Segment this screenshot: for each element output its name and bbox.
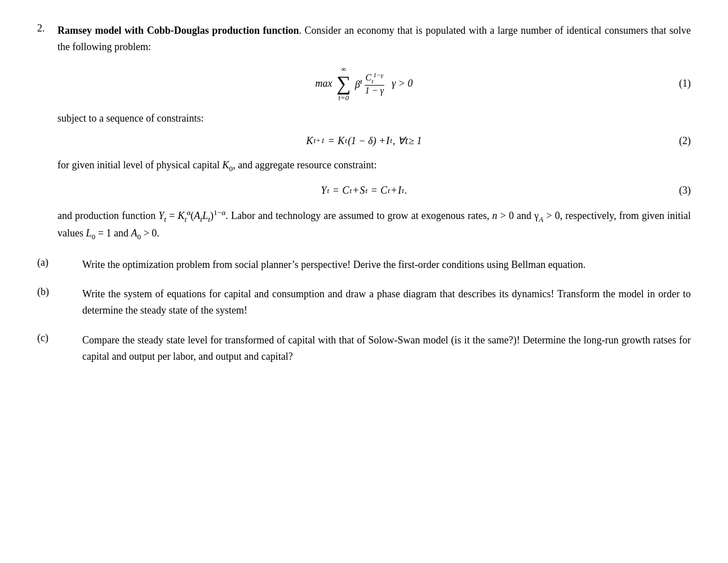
eq2-expression: Kt+1 = Kt(1 − δ) + It, ∀t ≥ 1: [307, 135, 422, 147]
part-a: (a) Write the optimization problem from …: [37, 257, 691, 273]
part-b: (b) Write the system of equations for ca…: [37, 286, 691, 319]
equation-2: Kt+1 = Kt(1 − δ) + It, ∀t ≥ 1 (2): [37, 135, 691, 147]
part-a-content: Write the optimization problem from soci…: [82, 257, 691, 273]
ct-denominator: 1 − γ: [364, 86, 385, 96]
beta-t: βt: [352, 77, 362, 91]
eq3-number: (3): [679, 185, 691, 196]
problem-title-text: Ramsey model with Cobb-Douglas productio…: [57, 23, 691, 55]
part-c-label: (c): [37, 332, 82, 344]
max-label: max: [316, 78, 335, 90]
ct-numerator: Ct1−γ: [365, 72, 385, 86]
part-c-content: Compare the steady state level for trans…: [82, 332, 691, 365]
parts-section: (a) Write the optimization problem from …: [37, 257, 691, 365]
part-b-content: Write the system of equations for capita…: [82, 286, 691, 319]
eq1-number: (1): [679, 78, 691, 90]
subject-to-label: subject to a sequence of constraints:: [57, 113, 691, 124]
summation-symbol: ∞ ∑ t=0: [336, 65, 350, 103]
eq2-number: (2): [679, 135, 691, 147]
problem-header: 2. Ramsey model with Cobb-Douglas produc…: [37, 23, 691, 55]
part-b-label: (b): [37, 286, 82, 298]
sum-sigma: ∑: [336, 74, 350, 94]
for-given-text: for given initial level of physical capi…: [57, 157, 691, 175]
sum-bottom: t=0: [338, 94, 349, 102]
eq1-expression: max ∞ ∑ t=0 βt Ct1−γ 1 − γ γ > 0: [316, 65, 413, 103]
equation-3: Yt = Ct + St = Ct + It. (3): [37, 185, 691, 196]
part-a-label: (a): [37, 257, 82, 269]
problem-container: 2. Ramsey model with Cobb-Douglas produc…: [37, 23, 691, 365]
problem-title-bold: Ramsey model with Cobb-Douglas productio…: [57, 25, 299, 36]
part-c: (c) Compare the steady state level for t…: [37, 332, 691, 365]
gamma-gt-0: γ > 0: [387, 78, 412, 90]
ct-fraction: Ct1−γ 1 − γ: [364, 72, 385, 97]
and-production-text: and production function Yt = Ktα(AtLt)1−…: [57, 207, 691, 243]
equation-1: max ∞ ∑ t=0 βt Ct1−γ 1 − γ γ > 0 (1): [37, 65, 691, 103]
eq3-expression: Yt = Ct + St = Ct + It.: [321, 185, 407, 196]
problem-number: 2.: [37, 23, 53, 34]
